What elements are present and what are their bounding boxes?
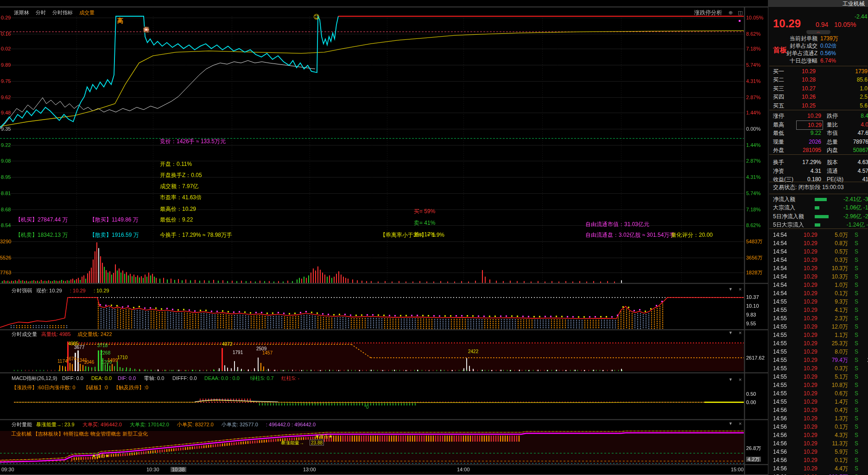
chart-crumb-0[interactable]: 派斯林 (14, 10, 29, 15)
pane-close-icon-0[interactable]: × (739, 287, 741, 292)
stat-value: 4.63 (858, 158, 868, 166)
tick-row[interactable]: 14:5510.292.3万S (768, 314, 868, 323)
time-label-1: 10:30 (146, 467, 159, 472)
tick-row[interactable]: 14:5410.295.0万S (768, 231, 868, 239)
stat-value: 78976 (853, 138, 868, 146)
seal-label: 封单占成交 (790, 42, 817, 50)
tick-row[interactable]: 14:5410.290.8万S (768, 239, 868, 247)
tick-row[interactable]: 14:5510.2925.3万S (768, 339, 868, 348)
tick-row[interactable]: 14:5410.290.3万S (768, 256, 868, 264)
stat-value: 47.6 (858, 129, 868, 137)
pane-collapse-icon-0[interactable]: ▼ (729, 287, 733, 292)
tick-row[interactable]: 14:5610.290.1万S (768, 423, 868, 431)
macd-header1-part-0: MACD指标(26,12,9) (12, 376, 57, 381)
flow-label: 5日净流入额 (773, 212, 804, 221)
tick-row[interactable]: 14:5410.290.5万S (768, 247, 868, 256)
tick-time: 14:55 (773, 348, 787, 356)
tick-row[interactable]: 14:5610.291.3万S (768, 414, 868, 423)
tick-row[interactable]: 14:5510.299.3万S (768, 298, 868, 306)
axis-main_left-6: 9.48 (1, 110, 11, 115)
tick-side: S (855, 339, 858, 348)
bid-row-3[interactable]: 买三10.271.0 (768, 84, 868, 93)
energy-header-part-2: 大单买: 496442.0 (82, 422, 122, 427)
annotation-19: 卖= 41% (414, 221, 435, 226)
tick-volume: 5.1万 (835, 373, 848, 381)
tick-side: S (855, 281, 858, 289)
tick-row[interactable]: 14:5610.290.4万S (768, 406, 868, 414)
pane-close-icon-2[interactable]: × (739, 377, 741, 382)
tick-time: 14:55 (773, 339, 787, 348)
tick-row[interactable]: 14:5410.290.1万S (768, 289, 868, 298)
seal-label: 封单占流通Z (786, 50, 817, 57)
tick-volume: 4.4万 (835, 464, 848, 473)
tick-row[interactable]: 14:5610.290.1万S (768, 456, 868, 464)
bid-row-5[interactable]: 买五10.255.6 (768, 101, 868, 110)
tick-volume: 10.8万 (832, 381, 848, 389)
tick-row[interactable]: 14:5510.295.1万S (768, 373, 868, 381)
stat-label: 最低 (773, 129, 784, 137)
tick-row[interactable]: 14:5410.2910.3万S (768, 272, 868, 281)
bid-row-2[interactable]: 买二10.2885.6 (768, 76, 868, 84)
chart-crumb-2[interactable]: 分时指标 (52, 10, 73, 15)
macd-header1-part-4: 零轴: 0.0 (144, 376, 164, 381)
stat-label: 现量 (773, 138, 784, 146)
tick-row[interactable]: 14:5410.2910.3万S (768, 264, 868, 272)
annotation-15: 自由流通市值：31.03亿元 (585, 222, 649, 227)
tick-row[interactable]: 14:5510.298.0万S (768, 348, 868, 356)
tick-row[interactable]: 14:5510.294.1万S (768, 306, 868, 314)
tick-side: S (855, 323, 858, 331)
tick-row[interactable]: 14:5510.291.1万S (768, 331, 868, 339)
pane-close-icon-1[interactable]: × (739, 330, 741, 336)
annotation-2: 🎇 (143, 27, 150, 32)
flow-row: 净流入额-2.41亿 -30 (768, 195, 868, 203)
sector-name[interactable]: 工业机械 (843, 0, 865, 7)
axis-main_left-2: 0.02 (1, 46, 11, 51)
tick-row[interactable]: 14:5510.290.3万S (768, 364, 868, 373)
tick-volume: 5.9万 (835, 448, 848, 456)
popout-icon[interactable]: ⊕ (729, 10, 733, 15)
divider (769, 154, 868, 155)
bid-row-4[interactable]: 买四10.262.5 (768, 93, 868, 101)
tick-row[interactable]: 14:5510.291.4万S (768, 398, 868, 406)
tick-row[interactable]: 14:5610.294.4万S (768, 464, 868, 473)
vol2-label-1: 3677 (74, 345, 84, 350)
stat-label: 净资 (773, 167, 784, 175)
energy-header-part-6: : 496442.0 : 496442.0 (266, 422, 316, 427)
pane-close-icon-3[interactable]: × (739, 421, 741, 426)
annotation-18: 买= 59% (414, 209, 435, 214)
pane-collapse-icon-3[interactable]: ▼ (729, 421, 733, 426)
tick-row[interactable]: 14:5510.290.6万S (768, 389, 868, 398)
bid-row-1[interactable]: 买一10.291739 (768, 67, 868, 76)
tick-row[interactable]: 15:0010.29208.5万S (768, 473, 868, 475)
pane-collapse-icon-2[interactable]: ▼ (729, 377, 733, 382)
split-view-icon[interactable]: ◫ (738, 10, 742, 15)
stat-value: 50867 (853, 146, 868, 154)
boost-energy-value: 23.88 (310, 440, 324, 446)
tick-row[interactable]: 14:5410.291.0万S (768, 281, 868, 289)
stat-value: 8.4 (861, 112, 868, 120)
stat-value: 4.0 (861, 120, 868, 129)
tick-row[interactable]: 14:5610.294.3万S (768, 431, 868, 439)
vol2-label-2: 3718 (97, 343, 108, 348)
tick-row[interactable]: 14:5510.2979.4万S2 (768, 356, 868, 364)
tick-row[interactable]: 14:5510.2910.8万S (768, 381, 868, 389)
limit-analysis-label[interactable]: 涨跌停分析 (694, 10, 722, 15)
vol-indicator-label[interactable]: 成交量 (79, 10, 95, 15)
concept-tags[interactable]: 工业机械 【吉林板块】特斯拉概念 物业管理概念 新型工业化 (11, 431, 148, 437)
tick-row[interactable]: 14:5510.2912.0万S (768, 323, 868, 331)
tick-time: 14:54 (773, 272, 787, 281)
pane-collapse-icon-1[interactable]: ▼ (729, 330, 733, 336)
tick-side: S (855, 448, 858, 456)
flow-value: -1.24亿 -8 (847, 221, 868, 229)
chart-crumb-1[interactable]: 分时 (36, 10, 46, 15)
tick-time: 14:56 (773, 431, 787, 439)
tick-row[interactable]: 14:5610.295.9万S (768, 448, 868, 456)
tick-volume: 0.1万 (835, 289, 848, 298)
stat-value: 17.29% (797, 158, 821, 166)
energy-header-part-3: 大单卖: 170142.0 (130, 422, 169, 427)
bid-name: 买一 (773, 67, 784, 76)
collapse-pill[interactable]: ︿ (806, 30, 830, 34)
tick-time: 14:54 (773, 281, 787, 289)
bid-price: 10.28 (802, 76, 816, 84)
tick-row[interactable]: 14:5610.2911.3万S (768, 439, 868, 448)
